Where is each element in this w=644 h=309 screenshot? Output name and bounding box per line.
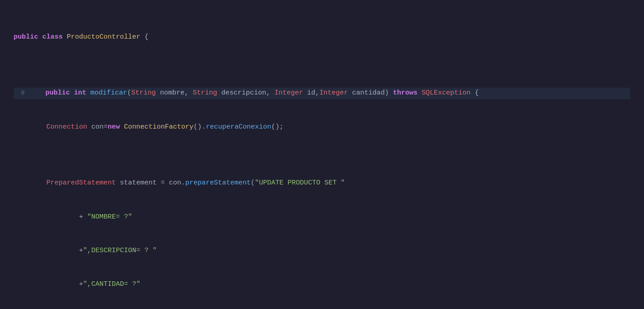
gutter-0: 0	[14, 88, 25, 98]
type-SQLException: SQLException	[421, 89, 471, 97]
method-prepareStatement: prepareStatement	[185, 179, 251, 187]
keyword-int: int	[74, 89, 86, 97]
code-line-9: +",CANTIDAD= ?"	[14, 279, 630, 290]
classname-ProductoController: ProductoController	[67, 33, 140, 41]
code-line-3: 0 public int modificar(String nombre, St…	[14, 88, 630, 99]
string-cantidad: ",CANTIDAD= ?"	[83, 280, 140, 288]
code-line-8: +",DESCRIPCION= ? "	[14, 245, 630, 257]
method-modificar: modificar	[90, 89, 127, 97]
code-line-6: PreparedStatement statement = con.prepar…	[14, 178, 630, 189]
classname-ConnectionFactory: ConnectionFactory	[124, 123, 193, 131]
keyword-public: public	[14, 33, 38, 41]
string-update: "UPDATE PRODUCTO SET "	[255, 179, 345, 187]
method-recuperaConexion: recuperaConexion	[206, 123, 271, 131]
string-nombre: "NOMBRE= ?"	[87, 213, 132, 221]
code-line-1: public class ProductoController {	[14, 32, 630, 43]
type-String1: String	[131, 89, 156, 97]
code-line-7: + "NOMBRE= ?"	[14, 212, 630, 223]
code-line-4: Connection con=new ConnectionFactory().r…	[14, 122, 630, 133]
type-Integer2: Integer	[319, 89, 348, 97]
keyword-throws: throws	[393, 89, 417, 97]
keyword-public2: public	[45, 89, 70, 97]
type-String2: String	[193, 89, 217, 97]
code-editor: public class ProductoController { 0 publ…	[14, 9, 630, 309]
string-descripcion: ",DESCRIPCION= ? "	[83, 247, 157, 254]
type-Connection: Connection	[46, 123, 87, 131]
type-PreparedStatement: PreparedStatement	[46, 179, 116, 187]
keyword-new1: new	[108, 123, 120, 131]
type-Integer1: Integer	[274, 89, 303, 97]
keyword-class: class	[42, 33, 63, 41]
